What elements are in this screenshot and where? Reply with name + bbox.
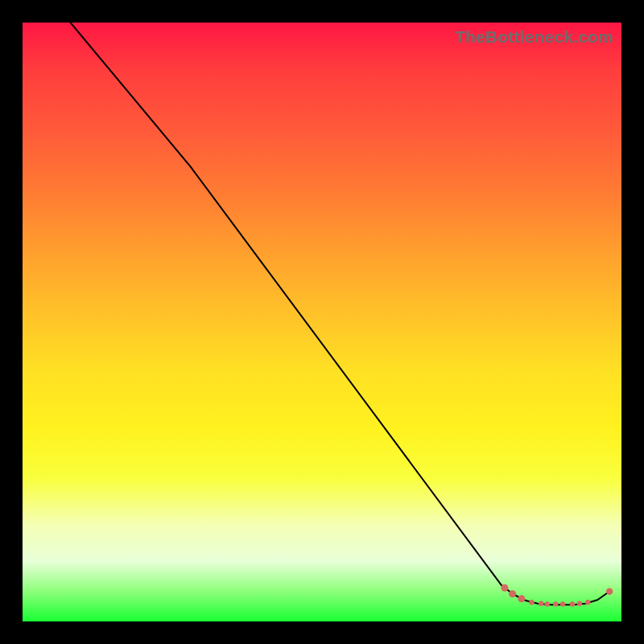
chart-frame: TheBottleneck.com — [0, 0, 644, 644]
data-point-marker — [585, 600, 590, 605]
data-point-marker — [518, 595, 525, 602]
chart-overlay — [23, 23, 621, 621]
data-point-marker — [509, 590, 516, 597]
data-point-marker — [606, 588, 613, 595]
data-point-marker — [560, 601, 565, 606]
data-point-marker — [577, 601, 582, 606]
chart-markers — [501, 584, 613, 607]
data-point-marker — [539, 601, 543, 606]
data-point-marker — [553, 601, 558, 606]
data-point-marker — [529, 600, 534, 605]
plot-area: TheBottleneck.com — [23, 23, 621, 621]
data-point-marker — [545, 601, 550, 606]
data-point-marker — [501, 584, 508, 592]
chart-line — [71, 23, 610, 605]
data-point-marker — [570, 601, 575, 606]
